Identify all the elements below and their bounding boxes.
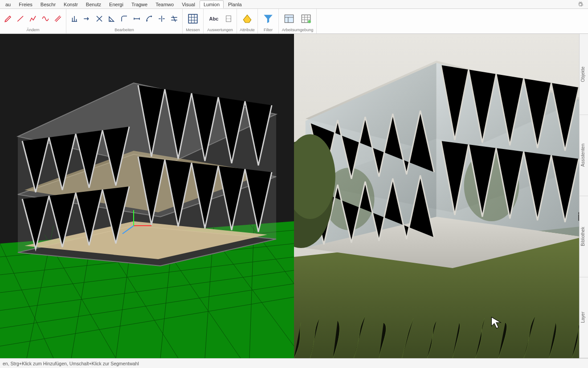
text-label-button[interactable]: Abc — [206, 11, 221, 26]
polyline-tool-button[interactable] — [28, 13, 38, 24]
svg-rect-0 — [188, 14, 197, 23]
ribbon-label-auswertungen: Auswertungen — [204, 27, 237, 33]
angle-button[interactable] — [106, 13, 117, 24]
ribbon-label-messen: Messen — [183, 27, 203, 33]
ribbon-label-attribute: Attribute — [237, 27, 257, 33]
status-hint: en, Strg+Klick zum Hinzufügen, Umschalt+… — [3, 361, 139, 366]
side-tab-bibliothek[interactable]: Bibliothek — [580, 196, 588, 277]
cut-button[interactable] — [94, 13, 105, 24]
double-line-button[interactable] — [53, 13, 63, 24]
split-button[interactable] — [156, 13, 167, 24]
ribbon-group-arbeitsumgebung: Arbeitsumgebung — [279, 9, 317, 33]
cad-scene-icon — [0, 34, 294, 358]
render-viewport[interactable]: Objekte Assistenten Bibliothek Layer — [294, 34, 588, 358]
side-tab-assistenten[interactable]: Assistenten — [580, 115, 588, 196]
menu-energi[interactable]: Energi — [106, 1, 127, 8]
settings-gear-icon[interactable] — [577, 1, 584, 8]
side-tab-objekte[interactable]: Objekte — [580, 34, 588, 115]
render-scene-icon — [294, 34, 588, 358]
dimension-button[interactable] — [131, 13, 142, 24]
svg-rect-1 — [226, 16, 231, 22]
ribbon-group-attribute: Attribute — [237, 9, 258, 33]
svg-point-4 — [308, 20, 311, 23]
line-tool-button[interactable] — [15, 13, 26, 24]
fillet-button[interactable] — [119, 13, 130, 24]
menu-freies[interactable]: Freies — [15, 1, 36, 8]
menu-planla[interactable]: Planla — [225, 1, 245, 8]
ribbon-label-filter: Filter — [258, 27, 278, 33]
menu-tragwe[interactable]: Tragwe — [128, 1, 151, 8]
status-bar: en, Strg+Klick zum Hinzufügen, Umschalt+… — [0, 358, 588, 368]
align-bottom-button[interactable] — [69, 13, 80, 24]
svg-rect-2 — [285, 15, 294, 22]
ribbon-group-bearbeiten: Bearbeiten — [66, 9, 183, 33]
side-tab-layer[interactable]: Layer — [580, 277, 588, 358]
menu-visual[interactable]: Visual — [178, 1, 199, 8]
ribbon-label-arbeitsumgebung: Arbeitsumgebung — [279, 27, 316, 33]
menu-lumion[interactable]: Lumion — [200, 0, 224, 8]
menu-beschr[interactable]: Beschr — [37, 1, 59, 8]
ribbon: Ändern Bearbeiten Messen Abc Auswertunge… — [0, 9, 588, 34]
highlight-button[interactable] — [240, 11, 255, 26]
extend-button[interactable] — [82, 13, 92, 24]
ribbon-group-auswertungen: Abc Auswertungen — [204, 9, 237, 33]
menu-konstr[interactable]: Konstr — [60, 1, 82, 8]
ribbon-label-aendern: Ändern — [0, 27, 66, 33]
ribbon-group-messen: Messen — [183, 9, 204, 33]
menu-au[interactable]: au — [2, 1, 14, 8]
abc-icon: Abc — [209, 16, 219, 21]
trim-button[interactable] — [169, 13, 180, 24]
ribbon-group-aendern: Ändern — [0, 9, 66, 33]
sine-tool-button[interactable] — [40, 13, 51, 24]
arc-dim-button[interactable] — [144, 13, 155, 24]
ribbon-label-bearbeiten: Bearbeiten — [66, 27, 182, 33]
ribbon-group-filter: Filter — [258, 9, 279, 33]
funnel-button[interactable] — [261, 11, 276, 26]
menu-bar: au Freies Beschr Konstr Benutz Energi Tr… — [0, 0, 588, 9]
side-panel-tabs: Objekte Assistenten Bibliothek Layer — [579, 34, 588, 358]
page-break-button[interactable] — [223, 13, 234, 24]
measure-grid-button[interactable] — [185, 11, 200, 26]
window-layout-button[interactable] — [282, 11, 297, 26]
cad-viewport[interactable]: Zentralperspektive 2 — [0, 34, 294, 358]
edit-pencil-button[interactable] — [3, 13, 13, 24]
menu-benutz[interactable]: Benutz — [82, 1, 105, 8]
work-area: Zentralperspektive 2 — [0, 34, 588, 358]
menu-teamwo[interactable]: Teamwo — [152, 1, 177, 8]
grid-toggle-button[interactable] — [298, 11, 314, 26]
